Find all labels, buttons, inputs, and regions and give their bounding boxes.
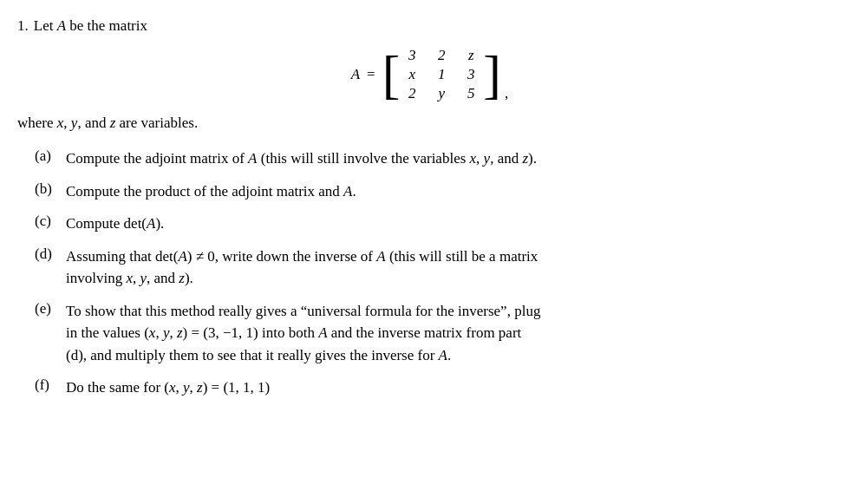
part-c-text: Compute det(A). [66, 213, 164, 235]
part-f-text: Do the same for (x, y, z) = (1, 1, 1) [66, 376, 270, 399]
part-c-label: (c) [35, 213, 61, 230]
matrix-cell-1-2: 3 [464, 66, 478, 83]
parts-list: (a) Compute the adjoint matrix of A (thi… [17, 147, 842, 399]
bracket-right: ] [483, 48, 501, 101]
matrix-equation: A = [ 3 2 z x 1 3 2 y 5 ] , [17, 43, 842, 106]
part-a: (a) Compute the adjoint matrix of A (thi… [17, 147, 842, 170]
matrix-cell-2-1: y [434, 85, 448, 102]
matrix-cell-2-2: 5 [464, 85, 478, 102]
part-d-text: Assuming that det(A) ≠ 0, write down the… [66, 245, 538, 290]
part-d-label: (d) [35, 245, 61, 263]
part-b-label: (b) [35, 180, 61, 198]
part-c: (c) Compute det(A). [17, 213, 842, 235]
matrix-cell-0-2: z [464, 47, 478, 64]
part-d: (d) Assuming that det(A) ≠ 0, write down… [17, 245, 842, 290]
problem-intro: Let A be the matrix [34, 17, 147, 35]
matrix-cell-0-0: 3 [405, 47, 419, 64]
where-line: where x, y, and z are variables. [17, 115, 842, 132]
matrix-label: A [351, 66, 360, 83]
matrix-cell-1-0: x [405, 66, 419, 83]
part-e: (e) To show that this method really give… [17, 300, 842, 367]
part-a-label: (a) [35, 147, 61, 165]
matrix-content: 3 2 z x 1 3 2 y 5 [403, 43, 480, 106]
matrix-bracket-wrapper: [ 3 2 z x 1 3 2 y 5 ] , [382, 43, 509, 106]
matrix-comma: , [505, 85, 508, 106]
bracket-left: [ [382, 48, 401, 101]
part-b-text: Compute the product of the adjoint matri… [66, 180, 356, 203]
equals-sign: = [367, 66, 375, 83]
matrix-cell-1-1: 1 [434, 66, 448, 83]
part-f: (f) Do the same for (x, y, z) = (1, 1, 1… [17, 376, 842, 399]
problem-number: 1. [17, 17, 29, 35]
problem-header: 1. Let A be the matrix [17, 17, 842, 35]
part-a-text: Compute the adjoint matrix of A (this wi… [66, 147, 537, 170]
matrix-cell-0-1: 2 [434, 47, 448, 64]
part-f-label: (f) [35, 376, 61, 394]
part-e-label: (e) [35, 300, 61, 317]
matrix-cell-2-0: 2 [405, 85, 419, 102]
part-e-text: To show that this method really gives a … [66, 300, 540, 367]
part-b: (b) Compute the product of the adjoint m… [17, 180, 842, 203]
